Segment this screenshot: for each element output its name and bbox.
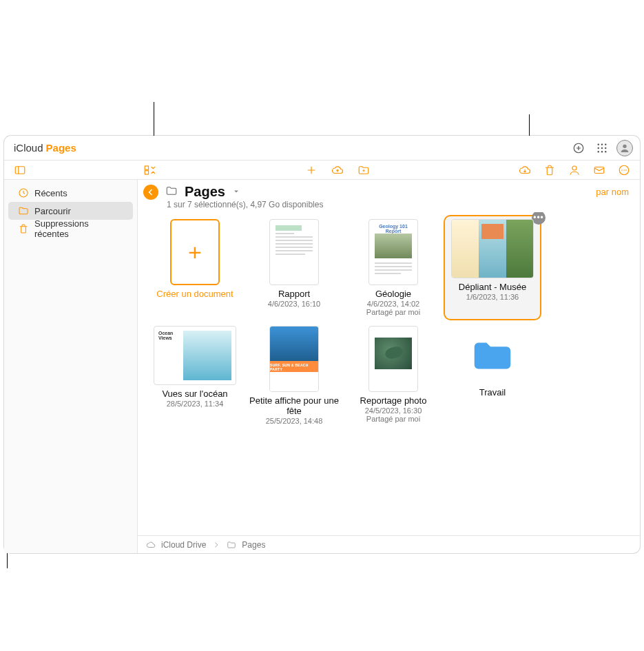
folder-icon bbox=[18, 205, 29, 216]
svg-point-19 bbox=[625, 169, 627, 171]
document-meta: 4/6/2023, 14:02 bbox=[367, 300, 419, 308]
chevron-down-icon bbox=[232, 187, 240, 196]
svg-point-10 bbox=[623, 144, 626, 147]
svg-point-1 bbox=[598, 143, 599, 145]
upload-button[interactable] bbox=[329, 161, 346, 179]
document-title: Reportage photo bbox=[360, 396, 427, 406]
document-thumbnail bbox=[368, 326, 418, 392]
svg-rect-13 bbox=[145, 170, 148, 174]
document-tile[interactable]: SURF, SUN & BEACH PARTYPetite affiche po… bbox=[247, 323, 342, 428]
document-thumbnail: OceanViews bbox=[154, 326, 236, 385]
chevron-right-icon bbox=[211, 540, 221, 550]
sidebar-item-label: Parcourir bbox=[34, 206, 71, 216]
location-header: Pages par nom bbox=[138, 180, 640, 200]
document-tile[interactable]: Rapport4/6/2023, 16:10 bbox=[247, 216, 342, 319]
location-menu-button[interactable] bbox=[232, 186, 240, 198]
more-icon bbox=[618, 164, 630, 176]
folder-icon bbox=[165, 185, 178, 200]
document-title: Petite affiche pour une fête bbox=[249, 396, 339, 417]
brand[interactable]: iCloud Pages bbox=[11, 142, 76, 154]
document-shared-label: Partagé par moi bbox=[366, 415, 420, 423]
brand-icloud: iCloud bbox=[14, 142, 43, 154]
more-button[interactable] bbox=[615, 161, 633, 179]
svg-point-4 bbox=[598, 147, 599, 148]
document-tile[interactable]: •••Dépliant - Musée1/6/2023, 11:36 bbox=[445, 216, 540, 319]
svg-point-18 bbox=[623, 169, 625, 171]
sort-button[interactable]: par nom bbox=[596, 187, 629, 197]
create-button[interactable] bbox=[570, 139, 588, 157]
document-shared-label: Partagé par moi bbox=[366, 308, 420, 316]
trash-icon bbox=[543, 164, 556, 176]
breadcrumb-root[interactable]: iCloud Drive bbox=[161, 540, 206, 550]
document-tile[interactable]: Travail bbox=[445, 323, 540, 428]
svg-point-8 bbox=[601, 151, 603, 152]
document-tile[interactable]: Reportage photo24/5/2023, 16:30Partagé p… bbox=[346, 323, 441, 428]
svg-point-2 bbox=[601, 143, 603, 145]
document-tile[interactable]: OceanViewsVues sur l'océan28/5/2023, 11:… bbox=[147, 323, 242, 428]
trash-icon bbox=[18, 223, 29, 234]
create-document-label: Créer un document bbox=[156, 289, 233, 300]
document-title: Géologie bbox=[375, 289, 411, 300]
toggle-sidebar-button[interactable] bbox=[11, 161, 29, 179]
breadcrumb: iCloud Drive Pages bbox=[138, 535, 640, 553]
location-title: Pages bbox=[185, 184, 225, 200]
documents-grid: +Créer un documentRapport4/6/2023, 16:10… bbox=[138, 212, 640, 535]
cloud-icon bbox=[146, 540, 156, 550]
svg-point-9 bbox=[605, 151, 606, 152]
document-title: Rapport bbox=[278, 289, 310, 300]
svg-point-5 bbox=[601, 147, 603, 148]
document-meta: 4/6/2023, 16:10 bbox=[268, 300, 320, 308]
tile-more-button[interactable]: ••• bbox=[532, 212, 546, 225]
document-meta: 28/5/2023, 11:34 bbox=[167, 400, 224, 408]
svg-rect-11 bbox=[15, 166, 25, 174]
sidebar-item-recents[interactable]: Récents bbox=[8, 184, 133, 202]
clock-icon bbox=[18, 187, 29, 198]
document-thumbnail bbox=[451, 219, 534, 278]
document-thumbnail: SURF, SUN & BEACH PARTY bbox=[269, 326, 319, 392]
svg-point-17 bbox=[621, 169, 623, 171]
breadcrumb-leaf[interactable]: Pages bbox=[242, 540, 265, 550]
download-button[interactable] bbox=[516, 161, 534, 179]
grid-sort-icon bbox=[143, 164, 156, 176]
chevron-left-icon bbox=[147, 188, 155, 196]
delete-button[interactable] bbox=[541, 161, 559, 179]
plus-icon: + bbox=[170, 219, 220, 285]
sidebar-icon bbox=[14, 164, 26, 176]
document-meta: 25/5/2023, 14:48 bbox=[266, 417, 323, 425]
account-button[interactable] bbox=[616, 140, 633, 156]
add-button[interactable] bbox=[302, 161, 320, 179]
document-tile[interactable]: Geology 101 ReportGéologie4/6/2023, 14:0… bbox=[346, 216, 441, 319]
sidebar-item-recently-deleted[interactable]: Suppressions récentes bbox=[8, 220, 133, 238]
svg-point-14 bbox=[572, 166, 577, 170]
svg-rect-12 bbox=[145, 166, 148, 169]
cloud-upload-icon bbox=[331, 164, 344, 176]
plus-icon bbox=[305, 164, 318, 176]
new-folder-icon bbox=[357, 164, 370, 176]
document-title: Travail bbox=[479, 388, 506, 398]
apps-button[interactable] bbox=[593, 139, 611, 157]
app-window: iCloud Pages bbox=[4, 136, 640, 553]
toolbar bbox=[4, 161, 640, 180]
content-area: Pages par nom 1 sur 7 sélectionné(s), 4,… bbox=[138, 180, 640, 553]
view-mode-button[interactable] bbox=[141, 161, 158, 179]
svg-point-6 bbox=[605, 147, 606, 148]
document-thumbnail: Geology 101 Report bbox=[368, 219, 418, 285]
cloud-download-icon bbox=[519, 164, 531, 176]
sidebar-item-label: Récents bbox=[34, 188, 67, 198]
svg-point-3 bbox=[605, 143, 606, 145]
collaborate-button[interactable] bbox=[565, 161, 583, 179]
create-document-tile[interactable]: +Créer un document bbox=[147, 216, 242, 319]
document-title: Vues sur l'océan bbox=[162, 389, 227, 400]
folder-icon bbox=[227, 540, 236, 550]
back-button[interactable] bbox=[143, 185, 158, 200]
sidebar-item-label: Suppressions récentes bbox=[34, 218, 123, 239]
new-folder-button[interactable] bbox=[355, 161, 373, 179]
share-mail-button[interactable] bbox=[590, 161, 608, 179]
plus-circle-icon bbox=[572, 142, 585, 154]
document-title: Dépliant - Musée bbox=[459, 282, 526, 293]
sidebar-item-browse[interactable]: Parcourir bbox=[8, 202, 133, 220]
selection-status: 1 sur 7 sélectionné(s), 4,97 Go disponib… bbox=[138, 200, 640, 212]
mail-icon bbox=[593, 164, 605, 176]
account-icon bbox=[619, 143, 630, 154]
sidebar: Récents Parcourir Suppressions récentes bbox=[4, 180, 138, 553]
